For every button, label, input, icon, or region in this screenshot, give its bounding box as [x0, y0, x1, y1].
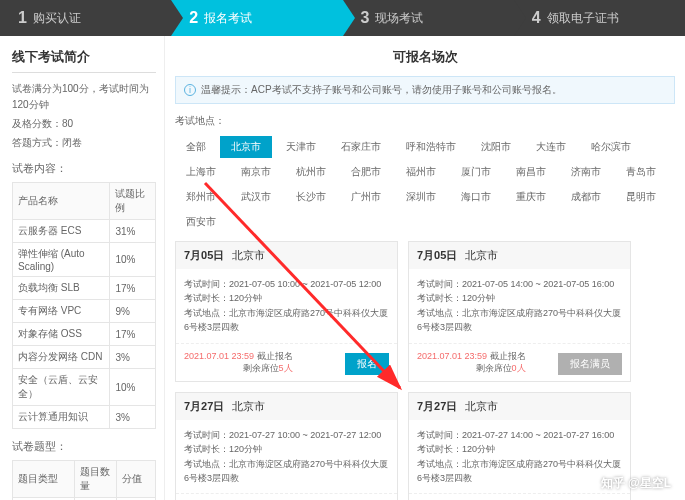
sessions-grid: 7月05日北京市考试时间：2021-07-05 10:00 ~ 2021-07-… [175, 241, 675, 500]
session-card: 7月27日北京市考试时间：2021-07-27 10:00 ~ 2021-07-… [175, 392, 398, 500]
step-3: 3现场考试 [343, 0, 514, 36]
sidebar-subhead: 试卷内容： [12, 161, 156, 176]
city-option[interactable]: 杭州市 [285, 161, 337, 183]
content-title: 可报名场次 [175, 48, 675, 66]
table-row: 弹性伸缩 (Auto Scaling)10% [13, 243, 156, 277]
city-option[interactable]: 南京市 [230, 161, 282, 183]
progress-steps: 1购买认证 2报名考试 3现场考试 4领取电子证书 [0, 0, 685, 36]
card-header: 7月05日北京市 [409, 242, 630, 269]
city-option[interactable]: 武汉市 [230, 186, 282, 208]
city-option[interactable]: 哈尔滨市 [580, 136, 642, 158]
card-body: 考试时间：2021-07-05 14:00 ~ 2021-07-05 16:00… [409, 269, 630, 343]
city-option[interactable]: 福州市 [395, 161, 447, 183]
type-table: 题目类型题目数量分值 单选题及判断题70题每题1分 多选题30题每题1分 [12, 460, 156, 500]
card-header: 7月27日北京市 [409, 393, 630, 420]
table-row: 云服务器 ECS31% [13, 220, 156, 243]
card-footer: 2021.07.01 23:59 截止报名剩余席位5人报名 [176, 343, 397, 381]
card-footer: 2021.07.01 23:59 截止报名剩余席位0人报名满员 [409, 343, 630, 381]
city-option[interactable]: 北京市 [220, 136, 272, 158]
city-option[interactable]: 成都市 [560, 186, 612, 208]
table-row: 专有网络 VPC9% [13, 300, 156, 323]
sidebar-line: 及格分数：80 [12, 116, 156, 132]
location-label: 考试地点： [175, 114, 675, 128]
city-option[interactable]: 大连市 [525, 136, 577, 158]
enroll-full-button[interactable]: 报名满员 [558, 353, 622, 375]
city-option[interactable]: 济南市 [560, 161, 612, 183]
content-table: 产品名称试题比例 云服务器 ECS31% 弹性伸缩 (Auto Scaling)… [12, 182, 156, 429]
city-option[interactable]: 厦门市 [450, 161, 502, 183]
city-option[interactable]: 青岛市 [615, 161, 667, 183]
table-row: 安全（云盾、云安全）10% [13, 369, 156, 406]
card-body: 考试时间：2021-07-27 10:00 ~ 2021-07-27 12:00… [176, 420, 397, 494]
card-header: 7月27日北京市 [176, 393, 397, 420]
city-option[interactable]: 沈阳市 [470, 136, 522, 158]
sidebar-line: 答题方式：闭卷 [12, 135, 156, 151]
city-filter: 全部北京市天津市石家庄市呼和浩特市沈阳市大连市哈尔滨市上海市南京市杭州市合肥市福… [175, 136, 675, 233]
card-body: 考试时间：2021-07-05 10:00 ~ 2021-07-05 12:00… [176, 269, 397, 343]
sidebar-subhead: 试卷题型： [12, 439, 156, 454]
card-footer: 2021.07.23 23:59 截止报名剩余席位报名 [409, 493, 630, 500]
city-option[interactable]: 广州市 [340, 186, 392, 208]
table-row: 负载均衡 SLB17% [13, 277, 156, 300]
city-option[interactable]: 呼和浩特市 [395, 136, 467, 158]
watermark: 知乎 @星空L [583, 475, 671, 492]
city-option[interactable]: 上海市 [175, 161, 227, 183]
sidebar-title: 线下考试简介 [12, 48, 156, 73]
content-area: 可报名场次 i 温馨提示：ACP考试不支持子账号和公司账号，请勿使用子账号和公司… [165, 36, 685, 500]
table-row: 对象存储 OSS17% [13, 323, 156, 346]
city-option[interactable]: 郑州市 [175, 186, 227, 208]
city-option[interactable]: 天津市 [275, 136, 327, 158]
zhihu-icon [583, 477, 597, 491]
city-option[interactable]: 海口市 [450, 186, 502, 208]
table-row: 云计算通用知识3% [13, 406, 156, 429]
table-row: 内容分发网络 CDN3% [13, 346, 156, 369]
city-option[interactable]: 重庆市 [505, 186, 557, 208]
city-option[interactable]: 长沙市 [285, 186, 337, 208]
city-option[interactable]: 全部 [175, 136, 217, 158]
step-2: 2报名考试 [171, 0, 342, 36]
city-option[interactable]: 南昌市 [505, 161, 557, 183]
city-option[interactable]: 西安市 [175, 211, 227, 233]
city-option[interactable]: 合肥市 [340, 161, 392, 183]
sidebar-line: 试卷满分为100分，考试时间为120分钟 [12, 81, 156, 113]
step-1: 1购买认证 [0, 0, 171, 36]
step-4: 4领取电子证书 [514, 0, 685, 36]
info-icon: i [184, 84, 196, 96]
session-card: 7月05日北京市考试时间：2021-07-05 10:00 ~ 2021-07-… [175, 241, 398, 382]
card-header: 7月05日北京市 [176, 242, 397, 269]
alert-banner: i 温馨提示：ACP考试不支持子账号和公司账号，请勿使用子账号和公司账号报名。 [175, 76, 675, 104]
city-option[interactable]: 深圳市 [395, 186, 447, 208]
enroll-button[interactable]: 报名 [345, 353, 389, 375]
card-footer: 2021.07.23 23:59 截止报名剩余席位22人报名 [176, 493, 397, 500]
city-option[interactable]: 昆明市 [615, 186, 667, 208]
city-option[interactable]: 石家庄市 [330, 136, 392, 158]
sidebar: 线下考试简介 试卷满分为100分，考试时间为120分钟 及格分数：80 答题方式… [0, 36, 165, 500]
session-card: 7月05日北京市考试时间：2021-07-05 14:00 ~ 2021-07-… [408, 241, 631, 382]
